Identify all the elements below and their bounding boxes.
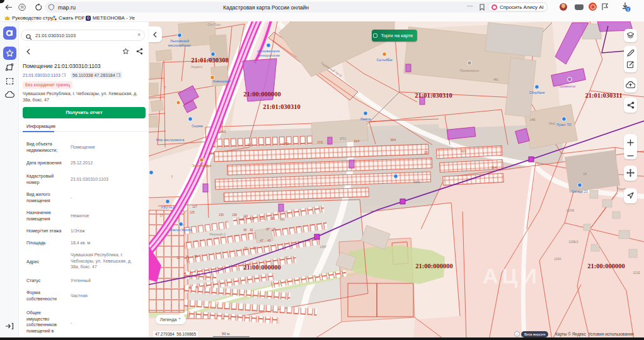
svg-text:135Г: 135Г [319, 245, 326, 249]
svg-text:Лысковский: Лысковский [170, 39, 189, 43]
svg-text:97: 97 [266, 228, 270, 231]
svg-text:47: 47 [260, 239, 263, 242]
svg-text:Пункт ТО: Пункт ТО [556, 123, 572, 127]
svg-text:141: 141 [243, 215, 248, 218]
svg-text:26: 26 [185, 256, 189, 259]
svg-text:56/2: 56/2 [414, 180, 420, 184]
svg-text:31/4: 31/4 [354, 140, 360, 143]
svg-text:39: 39 [253, 247, 256, 250]
svg-text:21:01:030311: 21:01:030311 [585, 92, 623, 99]
svg-text:29: 29 [194, 255, 198, 258]
svg-text:105: 105 [260, 217, 265, 220]
svg-text:24/2: 24/2 [284, 142, 289, 145]
svg-text:4к1: 4к1 [493, 77, 498, 81]
svg-text:123Ж: 123Ж [566, 208, 575, 212]
svg-text:Ulanov Motors: Ulanov Motors [170, 228, 192, 232]
svg-text:21:00:000000: 21:00:000000 [415, 263, 453, 269]
svg-text:Мирный-2: Мирный-2 [209, 232, 226, 236]
svg-text:Экономойка: Экономойка [192, 164, 212, 167]
svg-text:125: 125 [190, 211, 195, 214]
svg-text:14к1: 14к1 [549, 122, 556, 125]
svg-text:43: 43 [267, 239, 271, 242]
svg-text:108: 108 [250, 217, 255, 220]
svg-text:АЦИ: АЦИ [483, 264, 541, 288]
svg-text:Мир инструмента: Мир инструмента [156, 138, 185, 142]
svg-text:92: 92 [250, 229, 253, 232]
svg-text:101: 101 [280, 218, 285, 221]
svg-text:36/4: 36/4 [492, 166, 497, 169]
svg-text:Сбербанк: Сбербанк [529, 91, 545, 94]
svg-text:127: 127 [192, 205, 197, 208]
svg-text:УЗО №1: УЗО №1 [161, 205, 174, 209]
svg-text:99: 99 [272, 228, 276, 231]
svg-text:21:01:030310: 21:01:030310 [263, 103, 301, 110]
svg-text:21:00:000000: 21:00:000000 [587, 263, 625, 269]
svg-text:121Е: 121Е [633, 271, 640, 275]
svg-text:103: 103 [270, 217, 275, 220]
svg-text:42/1: 42/1 [461, 150, 467, 153]
svg-text:135: 135 [219, 213, 224, 217]
svg-text:21:00:000000: 21:00:000000 [243, 91, 281, 98]
svg-text:ОптТорг: ОптТорг [208, 23, 221, 26]
svg-text:37: 37 [244, 247, 248, 250]
svg-text:21:01:030310: 21:01:030310 [415, 92, 452, 99]
svg-text:2/6: 2/6 [424, 151, 428, 154]
svg-text:Промэнерго: Промэнерго [460, 69, 480, 72]
svg-text:Вилес: Вилес [208, 57, 218, 61]
svg-text:1А/1: 1А/1 [220, 130, 226, 133]
svg-text:Garage 21: Garage 21 [572, 190, 588, 193]
svg-text:2/2: 2/2 [248, 144, 252, 147]
svg-text:115Б/2: 115Б/2 [568, 240, 578, 244]
svg-text:90: 90 [243, 229, 247, 232]
svg-text:Лампа: Лампа [360, 117, 371, 121]
svg-text:115А: 115А [554, 257, 561, 261]
svg-text:Андиго: Андиго [191, 65, 202, 69]
svg-text:12: 12 [285, 256, 289, 259]
svg-text:метеорологии: метеорологии [257, 54, 280, 57]
svg-text:СытыйЁм: СытыйЁм [377, 58, 393, 62]
svg-text:22: 22 [176, 256, 180, 259]
svg-text:1А/6: 1А/6 [209, 152, 215, 156]
svg-text:36/4: 36/4 [391, 139, 396, 142]
svg-text:17: 17 [159, 214, 163, 217]
svg-text:138: 138 [232, 213, 237, 217]
svg-text:Хевешский: Хевешский [213, 79, 231, 83]
svg-text:Я: Я [20, 5, 23, 9]
svg-text:1П/1: 1П/1 [340, 137, 347, 140]
svg-text:Промнитог: Промнитог [558, 84, 575, 88]
svg-text:14Б: 14Б [530, 118, 536, 122]
svg-text:обсерватория: обсерватория [257, 49, 279, 53]
svg-text:мясокомбинат: мясокомбинат [168, 43, 192, 47]
svg-text:111: 111 [240, 218, 244, 221]
svg-text:17/2: 17/2 [318, 141, 323, 144]
svg-text:21:00:000000: 21:00:000000 [243, 264, 281, 271]
svg-text:Сырма: Сырма [192, 124, 204, 128]
svg-text:14: 14 [583, 172, 587, 176]
